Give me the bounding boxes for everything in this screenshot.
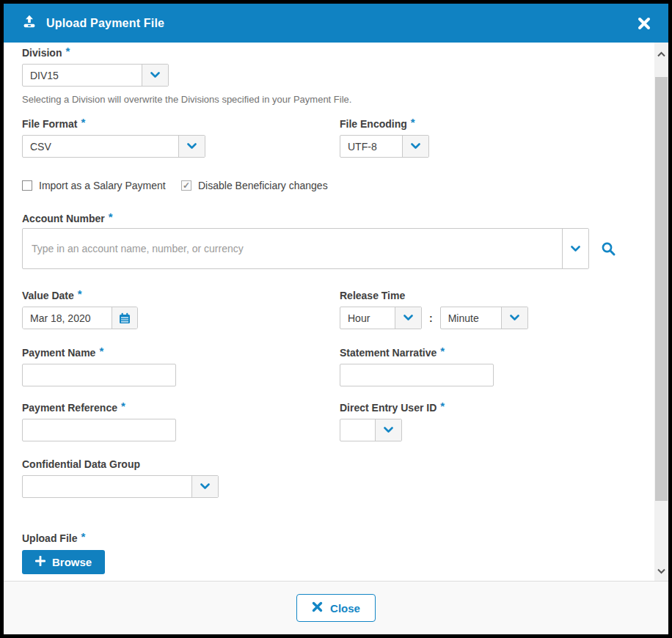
upload-icon	[21, 14, 37, 33]
direct-entry-user-id-select[interactable]	[340, 419, 402, 441]
calendar-icon[interactable]	[112, 307, 137, 329]
confidential-data-group-label: Confidential Data Group	[22, 458, 616, 471]
file-encoding-select[interactable]: UTF-8	[340, 135, 429, 158]
release-time-label: Release Time	[340, 290, 528, 302]
required-asterisk: *	[440, 347, 445, 356]
plus-icon	[35, 556, 45, 568]
value-date-field[interactable]	[22, 307, 138, 329]
release-time-hour-select[interactable]: Hour	[340, 307, 422, 329]
direct-entry-user-id-label: Direct Entry User ID *	[340, 402, 445, 414]
statement-narrative-input[interactable]	[340, 364, 494, 386]
browse-button[interactable]: Browse	[22, 550, 105, 574]
file-format-select[interactable]: CSV	[22, 135, 205, 158]
disable-beneficiary-checkbox[interactable]: ✓ Disable Beneficiary changes	[181, 180, 328, 191]
required-asterisk: *	[99, 347, 103, 356]
required-asterisk: *	[121, 402, 125, 411]
close-icon[interactable]	[638, 17, 651, 30]
division-note: Selecting a Division will overwrite the …	[22, 94, 616, 105]
close-x-icon	[312, 601, 323, 615]
payment-name-input[interactable]	[22, 364, 176, 386]
required-asterisk: *	[81, 118, 85, 127]
division-select-value: DIV15	[23, 65, 142, 86]
chevron-down-icon[interactable]	[395, 307, 421, 329]
chevron-down-icon[interactable]	[375, 419, 401, 441]
vertical-scrollbar[interactable]	[654, 43, 668, 581]
required-asterisk: *	[109, 213, 113, 221]
required-asterisk: *	[78, 290, 82, 298]
division-select[interactable]: DIV15	[22, 64, 169, 87]
close-button[interactable]: Close	[296, 594, 376, 622]
account-number-label: Account Number *	[22, 213, 616, 225]
chevron-down-icon[interactable]	[178, 136, 205, 157]
hour-select-value: Hour	[340, 307, 395, 329]
disable-beneficiary-label: Disable Beneficiary changes	[198, 180, 328, 191]
required-asterisk: *	[65, 47, 70, 56]
payment-reference-label: Payment Reference *	[22, 402, 340, 414]
modal-title: Upload Payment File	[46, 17, 164, 30]
scroll-up-icon[interactable]	[654, 47, 668, 61]
checkbox-unchecked-icon[interactable]	[22, 180, 32, 191]
upload-file-label: Upload File *	[22, 532, 616, 545]
browse-button-label: Browse	[52, 556, 92, 568]
confidential-data-group-select[interactable]	[22, 475, 219, 498]
required-asterisk: *	[81, 532, 85, 541]
minute-select-value: Minute	[441, 307, 501, 329]
required-asterisk: *	[440, 402, 445, 411]
scrollbar-thumb[interactable]	[655, 77, 668, 501]
modal-body: Division * DIV15 Selecting a Division wi…	[4, 43, 668, 581]
scroll-down-icon[interactable]	[654, 564, 668, 578]
confidential-data-group-value	[23, 476, 191, 497]
upload-payment-file-modal: Upload Payment File Division * DIV15	[0, 0, 672, 638]
value-date-label: Value Date *	[22, 290, 340, 302]
modal-header: Upload Payment File	[4, 4, 668, 43]
chevron-down-icon[interactable]	[191, 476, 218, 497]
chevron-down-icon[interactable]	[402, 136, 428, 157]
required-asterisk: *	[411, 118, 415, 127]
release-time-minute-select[interactable]: Minute	[440, 307, 528, 329]
chevron-down-icon[interactable]	[562, 229, 588, 268]
statement-narrative-label: Statement Narrative *	[340, 347, 494, 359]
close-button-label: Close	[330, 602, 360, 615]
chevron-down-icon[interactable]	[501, 307, 527, 329]
account-number-combo[interactable]	[22, 228, 589, 269]
division-label: Division *	[22, 47, 616, 59]
checkbox-checked-icon[interactable]: ✓	[181, 180, 191, 191]
payment-reference-input[interactable]	[22, 419, 176, 441]
value-date-input[interactable]	[23, 307, 112, 329]
import-salary-label: Import as a Salary Payment	[39, 180, 166, 191]
file-format-label: File Format *	[22, 118, 340, 131]
file-format-select-value: CSV	[23, 136, 178, 157]
modal-footer: Close	[4, 581, 668, 634]
chevron-down-icon[interactable]	[142, 65, 168, 86]
time-separator: :	[429, 312, 433, 324]
account-number-input[interactable]	[23, 229, 562, 268]
import-salary-checkbox[interactable]: Import as a Salary Payment	[22, 180, 181, 191]
payment-name-label: Payment Name *	[22, 347, 340, 359]
direct-entry-user-id-value	[340, 419, 375, 441]
search-icon[interactable]	[601, 241, 616, 257]
file-encoding-select-value: UTF-8	[340, 136, 402, 157]
file-encoding-label: File Encoding *	[340, 118, 429, 131]
